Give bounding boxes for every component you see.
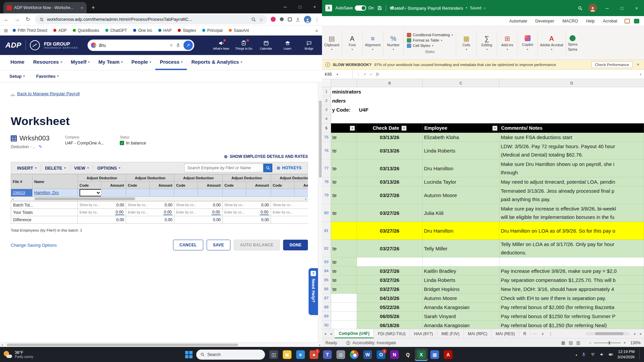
- notes-cell[interactable]: Pay referral bonus of $2,000 (for referr…: [499, 303, 644, 312]
- sheet-tab-compone-u4f[interactable]: CompOne (U4F): [335, 329, 374, 338]
- employee-search-input[interactable]: [184, 164, 263, 172]
- employee-cell[interactable]: Lucinda Taylor: [423, 177, 499, 186]
- check-date-cell[interactable]: 03/13/26: [357, 160, 423, 177]
- notes-cell[interactable]: Check with EH to see if there is separat…: [499, 294, 644, 303]
- ribbon-button-conditional-formatting[interactable]: Conditional Formatting▾: [407, 33, 453, 37]
- taskbar-search[interactable]: Search: [196, 350, 265, 360]
- ribbon-group-number[interactable]: %Number▾: [384, 27, 402, 59]
- group-total-cell[interactable]: Show by co...0.00: [126, 201, 174, 209]
- amount-cell[interactable]: [294, 189, 308, 197]
- more-sheets-icon[interactable]: ⋯: [531, 331, 539, 336]
- mic-icon[interactable]: [175, 43, 181, 48]
- check-date-cell[interactable]: 03/13/26: [357, 133, 423, 142]
- taskbar-app-teams[interactable]: T: [321, 348, 334, 361]
- cell[interactable]: y Code:: [331, 105, 357, 114]
- taskbar-app-acrobat[interactable]: A: [442, 348, 454, 361]
- check-date-cell[interactable]: 03/27/26: [357, 222, 423, 240]
- check-date-cell[interactable]: 06/05/26: [357, 312, 423, 321]
- zoom-control[interactable]: − + 130%: [589, 341, 641, 345]
- ribbon-tab-automate[interactable]: Automate: [505, 16, 531, 26]
- insert-button[interactable]: INSERT▾: [13, 162, 41, 174]
- code-cell[interactable]: [174, 189, 198, 197]
- employee-file-number[interactable]: 236023: [11, 189, 33, 197]
- tray-expand-icon[interactable]: ▴: [576, 353, 577, 356]
- bookmark-adp[interactable]: ADP: [53, 28, 67, 33]
- cell[interactable]: [331, 114, 357, 123]
- sheet-tab-haa-6y7[interactable]: HAA (6Y7): [410, 329, 437, 338]
- employee-search-button[interactable]: [263, 164, 272, 172]
- notes-cell[interactable]: Pay referral bonus of $1250 for referrin…: [499, 312, 644, 321]
- browser-tab[interactable]: ADP Workforce Now - Workshe... ×: [3, 2, 87, 13]
- totals-hint-link[interactable]: Show by co...: [224, 203, 245, 207]
- row-number[interactable]: 88: [322, 303, 331, 312]
- cell[interactable]: te: [331, 160, 357, 177]
- comments-icon[interactable]: [625, 19, 630, 23]
- employee-cell[interactable]: Dru Hamilton: [423, 160, 499, 177]
- url-bar[interactable]: workforcenow.adp.com/theme/admin.html#/P…: [35, 15, 267, 24]
- amount-cell[interactable]: [101, 189, 126, 197]
- bookmark-one-inc[interactable]: One Inc: [133, 28, 152, 33]
- deduction-code-select[interactable]: [79, 189, 101, 196]
- taskbar-app-outlook[interactable]: O1: [375, 348, 387, 361]
- share-icon[interactable]: [634, 19, 639, 23]
- row-number[interactable]: 85: [322, 276, 331, 285]
- cell[interactable]: te: [331, 133, 357, 142]
- zoom-in-icon[interactable]: +: [624, 341, 626, 345]
- notes-cell[interactable]: New hire, DOH: 3/16, should have approxi…: [499, 285, 644, 294]
- check-date-cell[interactable]: 03/27/26: [357, 285, 423, 294]
- cell[interactable]: te: [331, 285, 357, 294]
- tab-scroll-right-icon[interactable]: ▸: [638, 332, 644, 336]
- taskbar-app-calculator[interactable]: ▦: [428, 348, 441, 361]
- edit-pencil-icon[interactable]: ✎: [39, 144, 42, 149]
- employee-row[interactable]: 236023Hamilton, Dru: [11, 189, 308, 197]
- totals-hint-link[interactable]: Show by co...: [176, 203, 196, 207]
- row-number[interactable]: 84: [322, 266, 331, 276]
- total-amount[interactable]: 0.00: [260, 210, 269, 215]
- scroll-left-icon[interactable]: ◂: [1, 343, 3, 347]
- ribbon-group-cells[interactable]: ▦Cells▾: [457, 27, 475, 59]
- taskbar-app-file-explorer[interactable]: ▣: [281, 348, 293, 361]
- check-date-cell[interactable]: 03/27/26: [357, 266, 423, 276]
- close-button[interactable]: ×: [307, 0, 322, 13]
- filter-applied-icon[interactable]: ▾: [401, 126, 407, 131]
- taskbar-app-edge[interactable]: e: [294, 348, 307, 361]
- page-break-view-icon[interactable]: ▥: [576, 340, 580, 345]
- employee-cell[interactable]: Amanda Karagosian: [423, 321, 499, 329]
- side-panel-icon[interactable]: [288, 17, 292, 21]
- page-layout-view-icon[interactable]: ▤: [569, 340, 573, 345]
- new-tab-button[interactable]: +: [89, 3, 98, 12]
- filter-dropdown-icon[interactable]: ▾: [492, 126, 497, 131]
- group-total-cell[interactable]: Enter by co...0.00: [174, 209, 223, 216]
- bookmark-chatgpt[interactable]: ChatGPT: [105, 28, 127, 33]
- bookmark-star-icon[interactable]: ☆: [259, 17, 263, 22]
- toggle-icon[interactable]: [355, 5, 366, 11]
- show-employee-details-link[interactable]: ⊕SHOW EMPLOYEE DETAILS AND RATES: [224, 154, 308, 159]
- nav-myself[interactable]: Myself▾: [66, 55, 94, 70]
- search-icon[interactable]: [578, 6, 583, 11]
- check-date-cell[interactable]: 05/22/26: [357, 303, 423, 312]
- sheet-menu-icon[interactable]: ⋮: [547, 331, 555, 336]
- ribbon-tab-macro[interactable]: MACRO: [558, 16, 582, 26]
- page-horizontal-scrollbar[interactable]: ◂▸: [0, 342, 322, 347]
- notes-cell[interactable]: May need to adjust timecard, potential L…: [499, 177, 644, 186]
- need-help-tab[interactable]: ? Need Help?: [309, 268, 318, 315]
- close-button[interactable]: ×: [629, 0, 644, 16]
- totals-hint-link[interactable]: Enter by co...: [128, 210, 148, 214]
- cell[interactable]: te: [331, 276, 357, 285]
- cell[interactable]: te: [331, 204, 357, 222]
- check-date-cell[interactable]: 06/18/26: [357, 321, 423, 329]
- header-item-bridge[interactable]: Bridge: [301, 40, 317, 50]
- autosave-toggle[interactable]: AutoSave On: [335, 5, 374, 11]
- employee-cell[interactable]: Amanda Karagosian: [423, 303, 499, 312]
- check-date-cell[interactable]: 03/27/26: [357, 186, 423, 204]
- row-number[interactable]: 87: [322, 294, 331, 303]
- notes-cell[interactable]: [499, 257, 644, 266]
- ribbon-button-format-as-table[interactable]: Format as Table▾: [407, 38, 453, 43]
- ribbon-group-copilot[interactable]: Copilot▾: [519, 27, 536, 59]
- table-scrollbar[interactable]: ◂▸: [11, 197, 308, 201]
- cell[interactable]: te: [331, 240, 357, 257]
- taskbar-app-word[interactable]: W: [361, 348, 374, 361]
- ribbon-group-clipped[interactable]: SpreaSprea: [567, 27, 578, 59]
- bookmark-fifth-third-direct[interactable]: Fifth Third Direct: [13, 28, 47, 33]
- check-date-cell[interactable]: 03/27/26: [357, 240, 423, 257]
